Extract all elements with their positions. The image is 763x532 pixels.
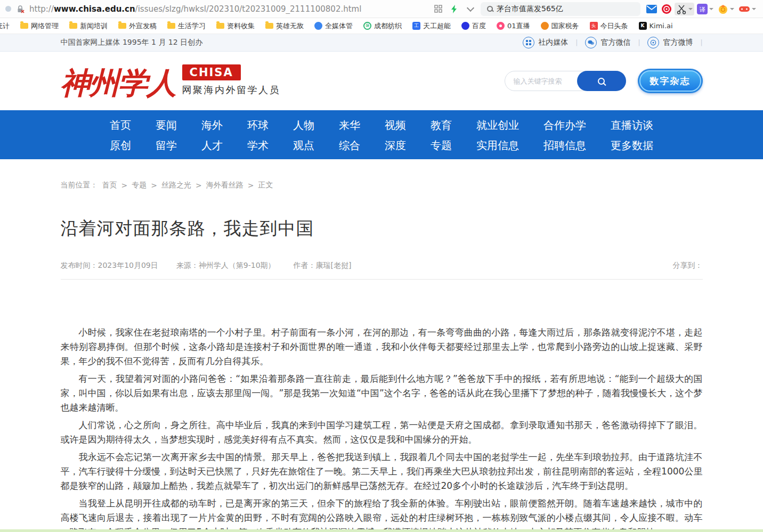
bookmark-item[interactable]: 工天工超能 [412, 21, 451, 31]
publish-date: 2023年10月09日 [98, 261, 158, 269]
bookmark-item[interactable]: 头今日头条 [590, 21, 628, 31]
nav-item[interactable]: 来华 [339, 118, 360, 133]
browser-address-bar: http://www.chisa.edu.cn/issues/slzg/hwks… [0, 0, 763, 18]
site-utility-bar: 中国首家网上媒体 1995年 1 月 12 日创办 社内媒体 | 官方微信 | [0, 34, 763, 52]
site-search-button[interactable] [577, 71, 626, 91]
bookmark-item[interactable]: 01直播 [497, 21, 530, 31]
source-label: 来源： [176, 261, 199, 269]
weibo-extension-icon[interactable] [660, 3, 673, 15]
article-paragraph: 当我登上从昆明开往成都的动车时，已是离开家的第三天，但余下的旅程给了我全新的体验… [61, 496, 703, 532]
brand-calligraphy: 神州学人 [61, 68, 176, 97]
nav-item[interactable]: 实用信息 [476, 138, 519, 153]
bookmark-item[interactable]: 国家税务 [541, 21, 579, 31]
dropdown-caret-icon [730, 8, 734, 10]
separator: > [196, 181, 202, 190]
hot-search-box[interactable]: 茅台市值蒸发565亿 [481, 2, 640, 16]
nav-item[interactable]: 综合 [339, 138, 360, 153]
internal-media-link[interactable]: 社内媒体 [523, 37, 568, 48]
site-info-dot-icon[interactable] [5, 6, 11, 12]
bookmark-item[interactable]: ⑩成都纺织 [363, 21, 402, 31]
site-logo[interactable]: 神州学人 CHISA 网聚海内外留学人员 [61, 64, 281, 97]
bottom-strip [0, 529, 763, 532]
bookmark-item[interactable]: 外宣发稿 [118, 21, 157, 31]
url-text[interactable]: http://www.chisa.edu.cn/issues/slzg/hwks… [29, 4, 361, 14]
digital-magazine-button[interactable]: 数字杂志 [638, 69, 703, 93]
insecure-lock-icon[interactable] [15, 4, 25, 14]
article-meta: 发布时间：2023年10月09日 来源：神州学人（第9-10期） 作者：康瑞[老… [61, 261, 703, 271]
breadcrumb-item[interactable]: 首页 [102, 181, 117, 190]
nav-item[interactable]: 观点 [293, 138, 314, 153]
bookmark-item[interactable]: 网络管理 [20, 21, 59, 31]
separator: > [151, 181, 157, 190]
url-domain: www.chisa.edu.cn [54, 4, 135, 14]
site-search-box [505, 71, 626, 91]
bookmark-item[interactable]: 资料收集 [216, 21, 255, 31]
kimi-icon: K [639, 22, 647, 30]
dropdown-caret-icon [752, 8, 756, 10]
site-slogan: 中国首家网上媒体 1995年 1 月 12 日创办 [61, 38, 203, 47]
bookmark-item[interactable]: 百度 [461, 21, 486, 31]
chevron-down-icon[interactable] [465, 3, 476, 15]
official-wechat-link[interactable]: 官方微信 [585, 37, 630, 48]
nav-item[interactable]: 专题 [431, 138, 452, 153]
nav-item[interactable]: 直播访谈 [611, 118, 653, 133]
breadcrumb-item[interactable]: 正文 [258, 181, 273, 190]
separator: | [638, 39, 640, 46]
main-navigation: 首页原创 要闻留学 海外人才 环球学术 人物观点 来华综合 视频深度 教育专题 … [0, 110, 763, 159]
nav-item[interactable]: 人物 [293, 118, 314, 133]
mail-extension-icon[interactable] [645, 4, 659, 14]
nav-item[interactable]: 就业创业 [476, 118, 519, 133]
official-weibo-link[interactable]: 官方微博 [647, 37, 693, 48]
separator: > [121, 181, 128, 190]
blue-square-icon: 工 [412, 22, 420, 30]
nav-item[interactable]: 招聘信息 [543, 138, 586, 153]
nav-item[interactable]: 人才 [201, 138, 223, 153]
folder-icon [69, 23, 77, 29]
nav-item[interactable]: 深度 [385, 138, 406, 153]
nav-item[interactable]: 环球 [247, 118, 269, 133]
article-paragraph: 人们常说，心之所向，身之所往。高中毕业后，我真的来到中国学习建筑工程，第一站便是… [61, 418, 703, 447]
article-paragraph: 有一天，我望着河对面的小路问爸爸：“如果沿着那条路一直往前走，最后能到什么地方呢… [61, 372, 703, 415]
breadcrumb-item[interactable]: 海外看丝路 [206, 181, 243, 190]
folder-icon [265, 23, 273, 29]
breadcrumb-prefix: 当前位置： [61, 181, 98, 190]
source-value: 神州学人（第9-10期） [199, 261, 275, 269]
nav-item[interactable]: 留学 [156, 138, 177, 153]
nav-item[interactable]: 更多数据 [611, 138, 653, 153]
bookmark-item[interactable]: 新闻培训 [69, 21, 108, 31]
baidu-paw-icon [461, 22, 469, 30]
bookmark-item[interactable]: 生活学习 [167, 21, 206, 31]
bookmark-item[interactable]: 全媒体管 [314, 21, 353, 31]
site-search-input[interactable] [505, 77, 574, 85]
article-paragraph: 我永远不会忘记第一次离开家乡去中国的情景。那天早上，爸爸把我送到镇上，我跟着几个… [61, 450, 703, 493]
nav-item[interactable]: 要闻 [156, 118, 177, 133]
author-label: 作者： [294, 261, 316, 269]
breadcrumb-item[interactable]: 丝路之光 [161, 181, 191, 190]
speed-bolt-icon[interactable] [449, 3, 460, 15]
apps-grid-icon[interactable] [433, 3, 444, 15]
author-value: 康瑞[老挝] [316, 261, 352, 269]
nav-item[interactable]: 教育 [431, 118, 452, 133]
rewards-extension-icon[interactable] [716, 3, 736, 15]
bookmark-item[interactable]: 统计 [0, 21, 10, 31]
game-extension-icon[interactable] [737, 4, 758, 14]
folder-icon [118, 23, 126, 29]
nav-item[interactable]: 原创 [110, 138, 131, 153]
nav-item[interactable]: 合作办学 [543, 118, 586, 133]
nav-item[interactable]: 首页 [110, 118, 131, 133]
bookmark-item[interactable]: KKimi.ai [639, 22, 673, 30]
nav-item[interactable]: 视频 [385, 118, 406, 133]
scissors-extension-icon[interactable] [675, 3, 694, 15]
tax-emblem-icon [541, 22, 549, 30]
site-masthead: 神州学人 CHISA 网聚海内外留学人员 数字杂志 [0, 52, 763, 110]
separator: | [575, 39, 578, 46]
bookmark-item[interactable]: 英雄无敌 [265, 21, 304, 31]
nav-item[interactable]: 学术 [247, 138, 269, 153]
bookmarks-bar: 统计 网络管理 新闻培训 外宣发稿 生活学习 资料收集 英雄无敌 全媒体管 ⑩成… [0, 18, 763, 34]
publish-time-label: 发布时间： [61, 261, 98, 269]
translate-extension-icon[interactable]: 译 [695, 3, 715, 15]
breadcrumb-item[interactable]: 专题 [132, 181, 147, 190]
brand-en-badge: CHISA [182, 64, 241, 80]
nav-item[interactable]: 海外 [201, 118, 223, 133]
article-body: 小时候，我家住在老挝琅南塔的一个小村子里。村子前面有一条小河，在河的那边，有一条… [61, 325, 703, 532]
